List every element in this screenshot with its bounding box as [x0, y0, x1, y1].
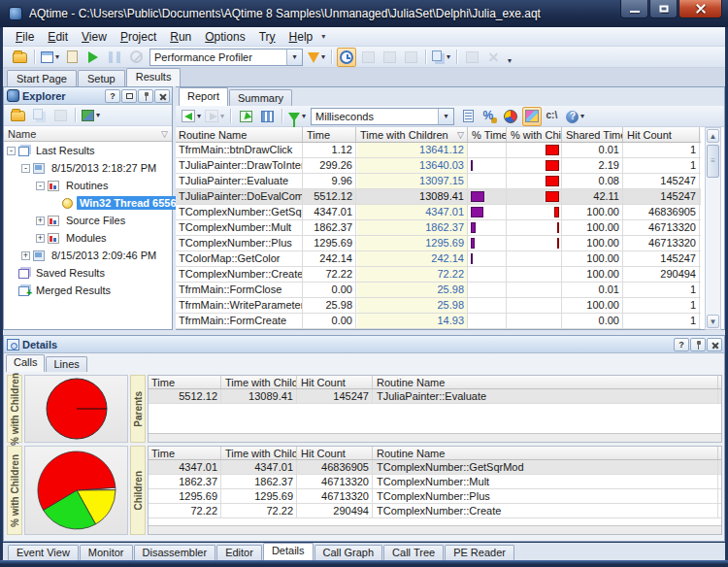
report-row-tjuliapainter-evaluate[interactable]: TJuliaPainter::Evaluate9.9613097.150.081…	[176, 174, 701, 189]
column-header-time[interactable]: % Time	[469, 127, 507, 142]
new-item-button[interactable]: ▾	[40, 48, 60, 67]
add-module-button[interactable]	[62, 48, 82, 67]
column-header-hit-count[interactable]: Hit Count	[298, 447, 373, 459]
tree-item-last-results[interactable]: -Last Results	[4, 142, 172, 159]
report-row-tfrmmain-formclose[interactable]: TfrmMain::FormClose0.0025.980.011	[176, 283, 701, 298]
tab-details[interactable]: Details	[263, 543, 314, 560]
tab-summary[interactable]: Summary	[229, 89, 292, 106]
help-icon[interactable]: ?	[674, 338, 689, 351]
column-header-time-with-children[interactable]: Time with Children▽	[222, 447, 297, 459]
column-header-routine-name[interactable]: Routine Name	[374, 376, 718, 388]
menu-item-try[interactable]: Try	[252, 28, 282, 46]
scroll-up-icon[interactable]: ▲	[707, 129, 719, 143]
column-header-hit-count[interactable]: Hit Count	[624, 127, 700, 142]
help-button[interactable]: ▾	[565, 107, 585, 126]
tab-start-page[interactable]: Start Page	[7, 70, 77, 86]
tab-setup[interactable]: Setup	[78, 70, 125, 86]
detail-row-tjuliapainter-evaluate[interactable]: 5512.1213089.41145247TJuliaPainter::Eval…	[149, 389, 721, 404]
report-row-tcomplexnumber-plus[interactable]: TComplexNumber::Plus1295.691295.69100.00…	[176, 236, 701, 251]
tab-event-view[interactable]: Event View	[8, 545, 79, 560]
menu-item-run[interactable]: Run	[163, 28, 198, 46]
filter-button[interactable]: ▾	[287, 107, 307, 126]
export-results-button[interactable]: ▾	[81, 106, 101, 125]
column-header-with-chil[interactable]: % with Chil...	[508, 127, 562, 142]
tab-editor[interactable]: Editor	[216, 545, 262, 560]
tab-monitor[interactable]: Monitor	[80, 545, 133, 560]
scroll-thumb[interactable]: ≡	[707, 145, 719, 178]
export-report-button[interactable]	[236, 107, 255, 126]
report-row-tcomplexnumber-create[interactable]: TComplexNumber::Create72.2272.22100.0029…	[176, 267, 701, 283]
back-button[interactable]: ▾	[181, 107, 202, 126]
tree-item-routines[interactable]: -Routines	[4, 177, 172, 194]
column-header-time-with-children[interactable]: Time with Children▽	[222, 376, 297, 388]
collapse-icon[interactable]: -	[21, 164, 30, 173]
run-parameters-button[interactable]: ▾	[307, 48, 326, 67]
tab-disassembler[interactable]: Disassembler	[134, 545, 216, 560]
pin-icon[interactable]	[138, 89, 153, 103]
menu-item-file[interactable]: File	[9, 28, 41, 46]
minimize-button[interactable]	[620, 0, 648, 18]
tab-lines[interactable]: Lines	[46, 356, 86, 372]
explorer-name-header[interactable]: Name ▽	[4, 126, 172, 142]
tab-report[interactable]: Report	[179, 87, 228, 106]
tree-item-merged-results[interactable]: Merged Results	[4, 282, 172, 299]
report-row-tfrmmain-formcreate[interactable]: TfrmMain::FormCreate0.0014.930.001	[176, 314, 701, 329]
menu-item-options[interactable]: Options	[198, 28, 251, 46]
tree-item-saved-results[interactable]: Saved Results	[4, 264, 172, 282]
detail-row-tcomplexnumber-mult[interactable]: 1862.371862.3746713320TComplexNumber::Mu…	[149, 475, 721, 489]
run-button[interactable]	[83, 48, 103, 67]
menu-item-help[interactable]: Help	[282, 28, 320, 46]
menu-item-view[interactable]: View	[75, 28, 114, 46]
expand-icon[interactable]: +	[36, 234, 45, 243]
units-selector[interactable]: Milliseconds▾	[311, 108, 454, 125]
tab-calls[interactable]: Calls	[6, 354, 45, 372]
collapse-icon[interactable]: -	[7, 147, 16, 155]
report-row-tcomplexnumber-mult[interactable]: TComplexNumber::Mult1862.371862.37100.00…	[176, 220, 701, 236]
detail-row-tcomplexnumber-create[interactable]: 72.2272.22290494TComplexNumber::Create	[149, 504, 721, 518]
percent-values-button[interactable]	[480, 107, 499, 126]
profiler-selector[interactable]: Performance Profiler▾	[149, 49, 303, 66]
detail-row-tcomplexnumber-plus[interactable]: 1295.691295.6946713320TComplexNumber::Pl…	[149, 489, 721, 504]
toolbar-overflow-chevron[interactable]: ▾	[508, 56, 512, 67]
open-results-button[interactable]	[8, 106, 27, 125]
expand-icon[interactable]: +	[21, 251, 30, 260]
open-project-button[interactable]	[10, 48, 29, 67]
enable-routine-level-button[interactable]	[337, 48, 356, 67]
report-view-button[interactable]	[458, 107, 478, 126]
column-header-time[interactable]: Time	[149, 447, 221, 459]
report-row-tcolormap-getcolor[interactable]: TColorMap::GetColor242.14242.14100.00145…	[176, 251, 701, 267]
help-icon[interactable]: ?	[105, 89, 120, 103]
restore-button[interactable]	[649, 0, 678, 18]
menu-overflow-chevron[interactable]: ▾	[321, 32, 325, 41]
report-row-tcomplexnumber-getsqrmod[interactable]: TComplexNumber::GetSqrMod4347.014347.011…	[176, 205, 701, 220]
report-row-tjuliapainter-doevalcomplex[interactable]: TJuliaPainter::DoEvalComplex5512.1213089…	[176, 189, 701, 205]
tree-item-8-15-2013-2-09-46-pm[interactable]: +8/15/2013 2:09:46 PM	[4, 247, 172, 264]
tab-pe-reader[interactable]: PE Reader	[445, 545, 514, 560]
scroll-down-icon[interactable]: ▼	[707, 315, 719, 328]
tab-results[interactable]: Results	[126, 68, 182, 86]
pin-icon[interactable]	[690, 338, 706, 351]
tree-item-win32-thread-6556[interactable]: Win32 Thread 6556	[4, 194, 172, 212]
units-selector-dropdown-icon[interactable]: ▾	[438, 109, 453, 124]
tree-item-8-15-2013-2-18-27-pm[interactable]: -8/15/2013 2:18:27 PM	[4, 159, 172, 177]
close-panel-icon[interactable]	[707, 338, 722, 351]
expand-icon[interactable]: +	[36, 217, 45, 225]
tree-item-modules[interactable]: +Modules	[4, 229, 172, 247]
column-header-time[interactable]: Time	[149, 376, 221, 388]
graph-view-button[interactable]	[501, 107, 520, 126]
column-header-time[interactable]: Time	[304, 127, 356, 142]
profiler-selector-dropdown-icon[interactable]: ▾	[286, 50, 302, 65]
show-source-button[interactable]	[544, 107, 563, 126]
highlight-view-button[interactable]	[522, 107, 542, 126]
report-scrollbar[interactable]: ▲ ≡ ▼	[705, 127, 721, 330]
column-header-time-with-children[interactable]: Time with Children▽	[357, 127, 468, 142]
column-header-routine-name[interactable]: Routine Name	[176, 127, 303, 142]
copy-all-button[interactable]: ▾	[431, 48, 451, 67]
field-chooser-button[interactable]	[257, 107, 277, 126]
report-row-tfrmmain-btndrawclick[interactable]: TfrmMain::btnDrawClick1.1213641.120.011	[176, 143, 701, 158]
report-row-tjuliapainter-drawtointernalbit[interactable]: TJuliaPainter::DrawToInternalBit...299.2…	[176, 158, 701, 174]
column-header-hit-count[interactable]: Hit Count	[298, 376, 373, 388]
detail-row-tcomplexnumber-getsqrmod[interactable]: 4347.014347.0146836905TComplexNumber::Ge…	[149, 460, 721, 475]
restore-panel-icon[interactable]	[121, 89, 137, 103]
close-button[interactable]	[678, 0, 722, 18]
